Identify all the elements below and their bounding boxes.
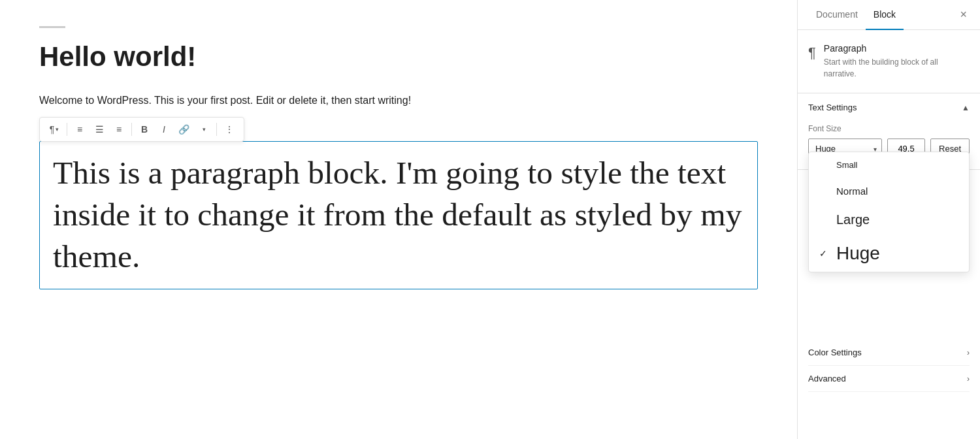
sidebar-tabs: Document Block × — [798, 0, 980, 30]
text-settings-header[interactable]: Text Settings ▲ — [798, 93, 980, 122]
more-options-icon: ⋮ — [225, 124, 234, 135]
sidebar: Document Block × ¶ Paragraph Start with … — [797, 0, 980, 439]
link-icon: 🔗 — [178, 124, 189, 135]
block-type-icon: ¶ — [808, 44, 816, 61]
toolbar-divider-3 — [216, 123, 217, 136]
paragraph-block-text[interactable]: This is a paragraph block. I'm going to … — [53, 152, 744, 278]
paragraph-icon: ¶ — [50, 124, 55, 135]
paragraph-type-button[interactable]: ¶ ▾ — [45, 120, 63, 138]
dropdown-label-huge: Huge — [836, 243, 880, 264]
tab-document[interactable]: Document — [808, 0, 866, 30]
block-type-description: Start with the building block of all nar… — [824, 56, 970, 80]
text-settings-label: Text Settings — [808, 103, 857, 112]
block-info-text: Paragraph Start with the building block … — [824, 43, 970, 80]
title-divider — [39, 26, 65, 28]
color-settings-label: Color Settings — [808, 348, 862, 357]
dropdown-item-huge[interactable]: ✓ Huge — [809, 235, 969, 272]
toolbar-divider-1 — [67, 123, 67, 136]
align-center-icon: ☰ — [95, 124, 104, 135]
color-settings-chevron-icon: › — [967, 348, 970, 357]
align-right-button[interactable]: ≡ — [110, 120, 128, 138]
italic-icon: I — [163, 124, 165, 135]
dropdown-label-large: Large — [836, 212, 870, 227]
advanced-settings-label: Advanced — [808, 374, 846, 383]
tab-block[interactable]: Block — [866, 0, 904, 30]
bold-button[interactable]: B — [135, 120, 154, 138]
dropdown-arrow-icon: ▾ — [56, 126, 59, 133]
link-dropdown-button[interactable]: ▾ — [195, 120, 213, 138]
align-center-button[interactable]: ☰ — [90, 120, 108, 138]
link-dropdown-icon: ▾ — [203, 126, 206, 133]
sidebar-close-button[interactable]: × — [957, 5, 970, 24]
advanced-settings-row[interactable]: Advanced › — [808, 366, 970, 392]
toolbar-divider-2 — [131, 123, 132, 136]
editor-area: Hello world! Welcome to WordPress. This … — [0, 0, 797, 439]
align-left-button[interactable]: ≡ — [71, 120, 89, 138]
block-toolbar: ¶ ▾ ≡ ☰ ≡ B I 🔗 ▾ ⋮ — [39, 117, 244, 142]
align-right-icon: ≡ — [116, 124, 122, 135]
check-huge-icon: ✓ — [819, 248, 830, 259]
dropdown-label-normal: Normal — [836, 186, 868, 197]
block-info-section: ¶ Paragraph Start with the building bloc… — [798, 30, 980, 93]
font-size-dropdown: Small Normal Large ✓ Huge — [808, 152, 970, 272]
dropdown-item-small[interactable]: Small — [809, 152, 969, 178]
dropdown-label-small: Small — [836, 160, 858, 170]
more-settings: Color Settings › Advanced › — [798, 340, 980, 392]
color-settings-row[interactable]: Color Settings › — [808, 340, 970, 366]
bold-icon: B — [141, 124, 148, 135]
dropdown-item-normal[interactable]: Normal — [809, 178, 969, 204]
italic-button[interactable]: I — [155, 120, 173, 138]
align-left-icon: ≡ — [77, 124, 82, 135]
advanced-settings-chevron-icon: › — [967, 374, 970, 383]
link-button[interactable]: 🔗 — [174, 120, 193, 138]
more-options-button[interactable]: ⋮ — [220, 120, 238, 138]
post-title[interactable]: Hello world! — [39, 41, 758, 73]
text-settings-chevron-icon: ▲ — [962, 103, 970, 112]
font-size-label: Font Size — [808, 124, 970, 133]
dropdown-item-large[interactable]: Large — [809, 204, 969, 235]
welcome-paragraph: Welcome to WordPress. This is your first… — [39, 92, 758, 109]
block-type-name: Paragraph — [824, 43, 970, 54]
sidebar-tabs-left: Document Block — [808, 0, 904, 29]
paragraph-block[interactable]: This is a paragraph block. I'm going to … — [39, 141, 758, 289]
